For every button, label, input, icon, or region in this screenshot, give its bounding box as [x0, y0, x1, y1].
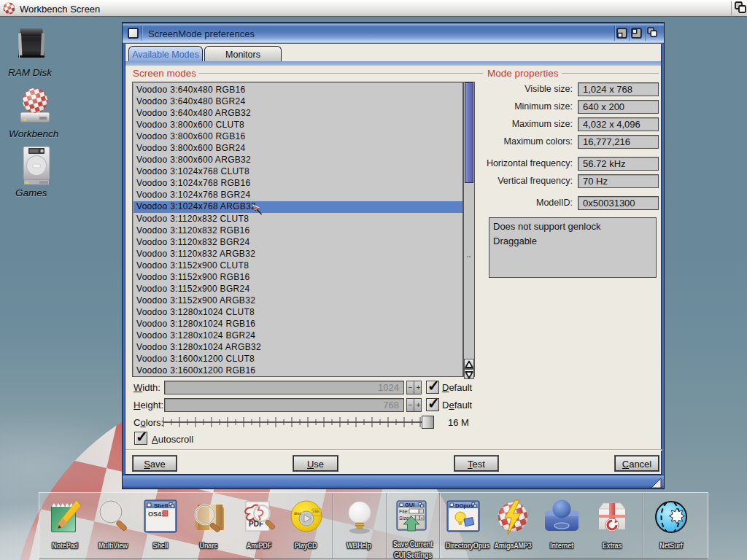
svg-text:disc: disc: [294, 511, 301, 516]
svg-text:-: -: [416, 516, 417, 520]
svg-text:Shell: Shell: [154, 502, 168, 509]
svg-text:OS4:: OS4:: [148, 510, 163, 518]
svg-text:3 MIN: 3 MIN: [313, 510, 320, 513]
svg-text:GUI: GUI: [405, 502, 414, 508]
svg-text:File:: File:: [399, 509, 409, 514]
svg-text:+: +: [421, 516, 424, 520]
svg-text:DOpus: DOpus: [455, 502, 473, 509]
